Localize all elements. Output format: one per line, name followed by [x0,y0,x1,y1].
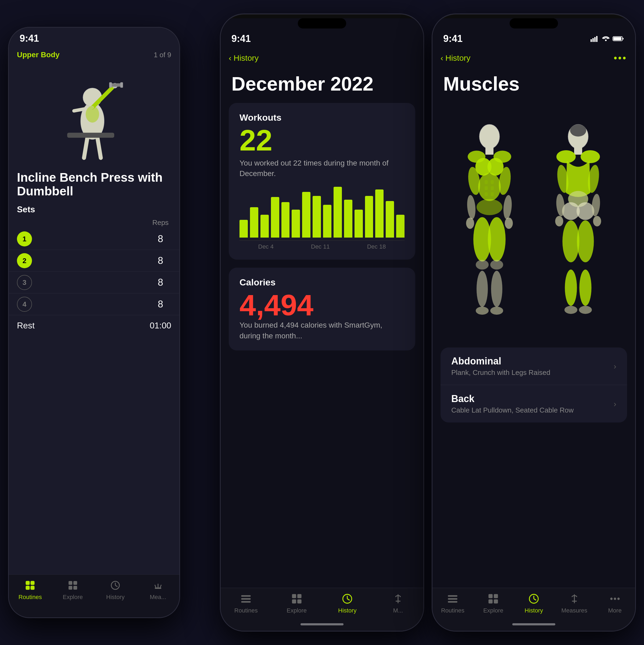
svg-rect-59 [491,192,494,196]
tab-more-right[interactable]: More [595,592,635,614]
phone-center: 9:41 ‹ History December 2022 Workouts 22… [220,13,424,632]
tab-explore-center[interactable]: Explore [271,592,322,614]
bar-12 [355,210,363,238]
svg-rect-11 [121,82,123,87]
chart-label-2: Dec 11 [311,243,330,250]
chart-label-3: Dec 18 [367,243,386,250]
workouts-description: You worked out 22 times during the month… [239,158,405,179]
calories-card: Calories 4,494 You burned 4,494 calories… [229,268,415,350]
measures-icon-center [391,592,405,606]
svg-rect-100 [489,599,493,603]
muscle-figure-back [538,100,619,342]
svg-rect-45 [623,38,624,39]
svg-rect-18 [68,586,72,590]
bar-2 [250,207,258,238]
set-reps-1: 8 [150,233,171,245]
svg-point-72 [491,271,502,307]
phone-right: 9:41 ‹ History ••• Muscles [432,13,636,632]
routines-icon [23,579,37,592]
dynamic-island-center [298,18,346,28]
svg-rect-13 [31,581,34,585]
tab-history-left[interactable]: History [94,579,137,601]
status-icons-right [591,35,624,42]
svg-rect-7 [67,133,114,138]
svg-rect-48 [485,147,493,155]
back-button-center[interactable]: ‹ History [229,53,258,63]
tab-measures-left[interactable]: Mea... [137,579,180,601]
svg-rect-101 [494,599,498,603]
svg-rect-39 [591,39,592,42]
tab-routines-center[interactable]: Routines [221,592,271,614]
svg-point-1 [83,88,102,107]
tab-bar-left: Routines Explore History [9,574,179,617]
svg-point-69 [476,260,489,269]
tab-routines-left[interactable]: Routines [9,579,52,601]
workout-counter: 1 of 9 [154,51,171,59]
svg-rect-41 [594,37,596,42]
svg-point-93 [565,306,577,314]
workouts-title: Workouts [239,112,405,123]
set-row-2[interactable]: 2 8 [9,250,179,272]
muscles-title: Muscles [432,67,635,100]
set-row-4[interactable]: 4 8 [9,293,179,315]
bar-1 [239,220,248,238]
rest-label: Rest [17,320,35,331]
svg-rect-95 [448,595,457,597]
muscle-item-abdominal[interactable]: Abdominal Plank, Crunch with Legs Raised… [441,348,627,385]
set-row-1[interactable]: 1 8 [9,228,179,250]
svg-rect-29 [241,601,251,603]
svg-line-24 [155,585,156,588]
set-row-3[interactable]: 3 8 [9,272,179,293]
tab-explore-left[interactable]: Explore [52,579,94,601]
svg-rect-98 [489,594,493,598]
tab-history-center[interactable]: History [322,592,373,614]
set-reps-3: 8 [150,277,171,288]
svg-rect-96 [448,598,457,600]
tab-history-right[interactable]: History [514,592,554,614]
svg-point-94 [579,306,592,314]
muscle-exercises-back: Cable Lat Pulldown, Seated Cable Row [451,406,574,414]
svg-point-79 [581,150,600,163]
tab-explore-right[interactable]: Explore [473,592,514,614]
history-icon-left [109,579,122,592]
history-icon-center [341,592,354,606]
svg-rect-17 [73,581,77,585]
svg-rect-99 [494,594,498,598]
svg-rect-19 [73,586,77,590]
svg-point-43 [605,39,607,41]
svg-point-90 [577,220,594,262]
muscle-item-back[interactable]: Back Cable Lat Pulldown, Seated Cable Ro… [441,385,627,422]
measures-icon-right [568,592,581,606]
svg-rect-46 [613,37,621,40]
chevron-back: › [614,399,616,409]
tab-measures-right[interactable]: Measures [554,592,595,614]
bar-3 [260,215,269,238]
svg-point-82 [577,202,594,220]
svg-rect-40 [592,38,594,42]
svg-rect-9 [110,83,122,87]
bar-13 [365,196,373,238]
tab-more-center[interactable]: M... [373,592,424,614]
muscle-back-content: Back Cable Lat Pulldown, Seated Cable Ro… [451,393,574,414]
exercise-image [9,63,179,165]
history-icon-right [527,592,541,606]
svg-point-66 [476,199,502,215]
bar-6 [292,210,300,238]
set-number-4: 4 [17,297,32,312]
svg-point-92 [580,269,592,306]
tab-routines-right[interactable]: Routines [432,592,473,614]
phone-left: 9:41 Upper Body 1 of 9 [8,27,180,618]
status-bar-right: 9:41 [432,30,635,49]
svg-rect-54 [485,180,488,184]
svg-line-22 [115,585,118,587]
dynamic-island-right [509,18,558,28]
bar-4 [271,197,279,238]
more-button-right[interactable]: ••• [614,52,627,63]
month-title: December 2022 [221,67,423,103]
tab-label-measures-right: Measures [561,607,587,614]
back-button-right[interactable]: ‹ History [441,53,470,63]
svg-point-8 [86,106,99,123]
svg-rect-77 [574,147,582,155]
svg-line-26 [160,585,161,588]
nav-bar-center: ‹ History [221,49,423,67]
